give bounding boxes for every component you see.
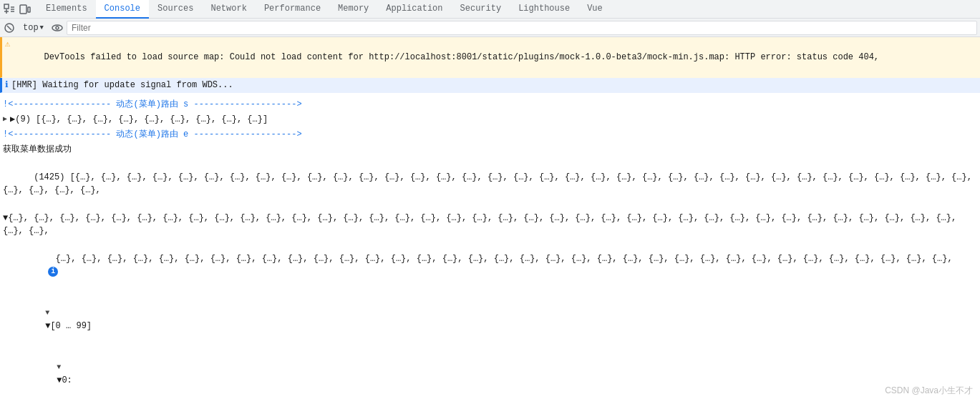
tab-elements[interactable]: Elements: [37, 0, 96, 19]
array-9-text: ▶(9) [{…}, {…}, {…}, {…}, {…}, {…}, {…},…: [10, 113, 977, 126]
expand-item0-icon[interactable]: ▼: [57, 363, 61, 371]
dynamic-route-end-line: !<------------------- 动态(菜单)路由 e -------…: [0, 127, 980, 142]
array-9-line: ▶ ▶(9) [{…}, {…}, {…}, {…}, {…}, {…}, {……: [0, 112, 980, 127]
console-toolbar: top ▼: [0, 19, 980, 37]
svg-rect-7: [28, 7, 30, 12]
tab-memory[interactable]: Memory: [329, 0, 377, 19]
array-1425-text: (1425) [{…}, {…}, {…}, {…}, {…}, {…}, {……: [3, 158, 977, 210]
filter-input[interactable]: [67, 21, 977, 35]
warning-line: ⚠ DevTools failed to load source map: Co…: [0, 37, 980, 78]
hmr-text: [HMR] Waiting for update signal from WDS…: [11, 79, 977, 92]
clear-console-icon[interactable]: [3, 21, 16, 34]
array-row2-text: ▼{…}, {…}, {…}, {…}, {…}, {…}, {…}, {…},…: [3, 212, 977, 237]
tab-lighthouse[interactable]: Lighthouse: [510, 0, 578, 19]
array-row3-line: {…}, {…}, {…}, {…}, {…}, {…}, {…}, {…}, …: [0, 239, 980, 292]
range-label-text: ▼[0 … 99]: [45, 321, 92, 331]
eye-icon[interactable]: [51, 21, 64, 34]
devtools-icons: [3, 3, 31, 16]
dynamic-route-start-text: !<------------------- 动态(菜单)路由 s -------…: [3, 98, 977, 111]
catid-line: catId: (...): [0, 401, 980, 404]
console-content: ⚠ DevTools failed to load source map: Co…: [0, 37, 980, 404]
tab-network[interactable]: Network: [202, 0, 255, 19]
item-0-text: ▼ ▼0:: [26, 348, 977, 400]
watermark: CSDN @Java小生不才: [885, 385, 973, 397]
warning-icon: ⚠: [5, 38, 10, 51]
hmr-line: ℹ [HMR] Waiting for update signal from W…: [0, 78, 980, 93]
svg-rect-0: [4, 4, 9, 9]
warning-message-text: DevTools failed to load source map: Coul…: [44, 52, 879, 62]
info-icon: ℹ: [5, 79, 9, 92]
context-label: top: [23, 23, 39, 33]
tab-console[interactable]: Console: [96, 0, 149, 19]
array-row3-text: {…}, {…}, {…}, {…}, {…}, {…}, {…}, {…}, …: [14, 240, 977, 291]
tab-performance[interactable]: Performance: [256, 0, 329, 19]
svg-point-11: [56, 26, 59, 29]
tab-security[interactable]: Security: [452, 0, 510, 19]
fetch-success-text: 获取菜单数据成功: [3, 143, 977, 156]
item-0-label: ▼0:: [57, 375, 72, 385]
chevron-down-icon: ▼: [40, 24, 44, 31]
svg-line-9: [7, 26, 11, 30]
svg-rect-6: [20, 5, 26, 14]
array-row2-line: ▼{…}, {…}, {…}, {…}, {…}, {…}, {…}, {…},…: [0, 211, 980, 239]
device-icon[interactable]: [19, 3, 31, 16]
context-selector[interactable]: top ▼: [19, 21, 48, 34]
expand-array9-icon[interactable]: ▶: [3, 113, 7, 126]
info-badge: i: [48, 267, 58, 277]
tab-bar: Elements Console Sources Network Perform…: [0, 0, 980, 19]
array-row3-content: {…}, {…}, {…}, {…}, {…}, {…}, {…}, {…}, …: [45, 254, 952, 264]
inspect-icon[interactable]: [3, 3, 16, 16]
item-0-line: ▼ ▼0:: [0, 347, 980, 401]
array-1425-line: (1425) [{…}, {…}, {…}, {…}, {…}, {…}, {……: [0, 157, 980, 211]
tab-sources[interactable]: Sources: [149, 0, 202, 19]
tab-vue[interactable]: Vue: [578, 0, 611, 19]
range-text: ▼ ▼[0 … 99]: [14, 293, 977, 345]
array-1425-content: (1425) [{…}, {…}, {…}, {…}, {…}, {…}, {……: [3, 172, 977, 195]
fetch-success-line: 获取菜单数据成功: [0, 142, 980, 157]
tab-application[interactable]: Application: [377, 0, 451, 19]
range-line: ▼ ▼[0 … 99]: [0, 292, 980, 347]
warning-text: DevTools failed to load source map: Coul…: [13, 38, 977, 77]
dynamic-route-end-text: !<------------------- 动态(菜单)路由 e -------…: [3, 128, 977, 141]
svg-point-10: [52, 25, 62, 31]
expand-range-icon[interactable]: ▼: [45, 309, 49, 317]
dynamic-route-start-line: !<------------------- 动态(菜单)路由 s -------…: [0, 97, 980, 112]
